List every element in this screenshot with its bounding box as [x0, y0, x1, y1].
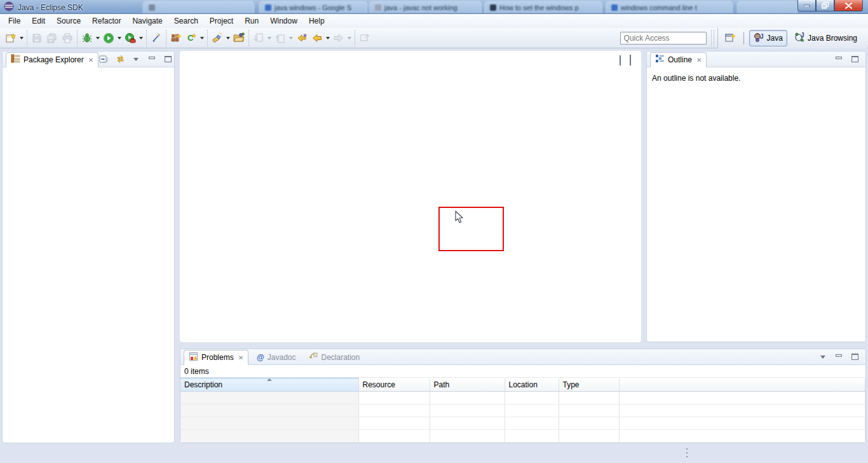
- menu-edit[interactable]: Edit: [26, 15, 51, 27]
- column-header-location[interactable]: Location: [505, 378, 559, 392]
- outline-tab-label: Outline: [668, 55, 692, 64]
- new-wizard-icon[interactable]: [3, 31, 18, 46]
- open-perspective-icon[interactable]: [723, 31, 738, 46]
- minimize-view-icon[interactable]: [833, 352, 844, 362]
- problems-view: Problems ✕ @ Javadoc Declaration: [180, 349, 866, 443]
- back-icon[interactable]: [309, 31, 325, 46]
- new-wizard-dropdown[interactable]: [18, 31, 25, 46]
- minimize-view-icon[interactable]: [146, 54, 158, 64]
- outline-header: Outline ✕: [647, 52, 865, 67]
- close-icon[interactable]: ✕: [88, 57, 93, 64]
- javadoc-tab[interactable]: @ Javadoc: [252, 350, 301, 365]
- minimize-view-icon[interactable]: [833, 54, 844, 64]
- outline-view: Outline ✕ An outline is not available.: [646, 51, 866, 342]
- column-header-resource[interactable]: Resource: [358, 378, 430, 392]
- run-dropdown[interactable]: [116, 31, 123, 46]
- svg-text:J: J: [801, 32, 804, 39]
- menu-help[interactable]: Help: [303, 15, 330, 27]
- debug-icon[interactable]: [79, 31, 95, 46]
- mark-occurrences-icon[interactable]: [149, 31, 164, 46]
- perspective-java-button[interactable]: J Java: [749, 30, 787, 46]
- menu-file[interactable]: File: [3, 15, 26, 27]
- next-annotation-icon: [251, 31, 266, 46]
- previous-annotation-dropdown: [288, 31, 294, 46]
- quick-access-input[interactable]: [620, 32, 707, 45]
- external-tools-icon[interactable]: [123, 31, 138, 46]
- search-icon[interactable]: [210, 31, 225, 46]
- run-icon[interactable]: [101, 31, 116, 46]
- column-header-description[interactable]: Description: [180, 378, 358, 392]
- problems-table-header-row: Description Resource Path Location Type: [180, 378, 865, 392]
- outline-message: An outline is not available.: [647, 67, 865, 89]
- package-explorer-header: Package Explorer ✕: [3, 52, 174, 67]
- search-dropdown[interactable]: [225, 31, 231, 46]
- menu-window[interactable]: Window: [264, 15, 303, 27]
- menu-refactor[interactable]: Refactor: [86, 15, 126, 27]
- previous-annotation-icon: [273, 31, 288, 46]
- title-bar: java windows - Google S java - javac not…: [0, 0, 868, 14]
- package-explorer-tab-label: Package Explorer: [24, 55, 84, 64]
- perspective-bar: J Java J Java Browsing: [717, 28, 867, 48]
- new-class-dropdown[interactable]: [199, 31, 205, 46]
- link-with-editor-icon[interactable]: [114, 54, 126, 64]
- menu-project[interactable]: Project: [204, 15, 239, 27]
- minimize-button[interactable]: [797, 0, 816, 11]
- toolbar-separator: [711, 30, 714, 46]
- background-tab-label: windows command line t: [621, 4, 697, 11]
- outline-tab[interactable]: Outline ✕: [650, 52, 707, 67]
- status-bar: [0, 445, 868, 463]
- perspective-java-browsing-button[interactable]: J Java Browsing: [790, 30, 862, 46]
- favicon: [149, 4, 155, 11]
- favicon: [490, 4, 496, 11]
- column-header-path[interactable]: Path: [430, 378, 505, 392]
- maximize-view-icon[interactable]: [849, 352, 860, 362]
- open-task-icon[interactable]: [231, 31, 247, 46]
- background-browser-tab: java - javac not working: [369, 1, 482, 13]
- perspective-separator: [743, 32, 744, 45]
- last-edit-location-icon[interactable]: [294, 31, 309, 46]
- new-class-icon[interactable]: C: [184, 31, 199, 46]
- svg-text:J: J: [760, 33, 764, 40]
- maximize-view-icon[interactable]: [162, 54, 173, 64]
- save-icon: [29, 31, 44, 46]
- problems-tab-label: Problems: [201, 353, 234, 362]
- menu-bar: File Edit Source Refactor Navigate Searc…: [0, 14, 868, 28]
- editor-area[interactable]: [180, 51, 641, 342]
- table-row: [180, 417, 865, 430]
- menu-search[interactable]: Search: [168, 15, 204, 27]
- svg-text:C: C: [187, 33, 194, 43]
- forward-icon: [331, 31, 346, 46]
- java-browsing-perspective-icon: J: [794, 32, 805, 45]
- new-java-project-icon[interactable]: [168, 31, 184, 46]
- close-icon[interactable]: ✕: [696, 57, 702, 64]
- package-explorer-view: Package Explorer ✕: [2, 51, 175, 443]
- menu-source[interactable]: Source: [51, 15, 86, 27]
- collapse-all-icon[interactable]: [98, 54, 110, 64]
- save-all-icon: [44, 31, 60, 46]
- sash-grip-handle[interactable]: [686, 448, 688, 460]
- maximize-view-icon[interactable]: [630, 56, 631, 65]
- close-icon[interactable]: ✕: [238, 354, 243, 361]
- perspective-java-browsing-label: Java Browsing: [808, 34, 857, 43]
- debug-dropdown[interactable]: [95, 31, 101, 46]
- problems-tab[interactable]: Problems ✕: [184, 350, 248, 365]
- column-header-filler: [619, 378, 865, 392]
- restore-button[interactable]: [816, 0, 834, 11]
- declaration-tab[interactable]: Declaration: [304, 350, 365, 365]
- view-menu-icon[interactable]: [817, 352, 829, 362]
- print-icon: [60, 31, 75, 46]
- maximize-view-icon[interactable]: [849, 54, 860, 64]
- view-menu-icon[interactable]: [130, 54, 142, 64]
- menu-navigate[interactable]: Navigate: [126, 15, 168, 27]
- problems-header: Problems ✕ @ Javadoc Declaration: [180, 349, 865, 365]
- minimize-view-icon[interactable]: [620, 56, 621, 65]
- column-header-type[interactable]: Type: [559, 378, 619, 392]
- package-explorer-tab[interactable]: Package Explorer ✕: [6, 52, 98, 67]
- forward-dropdown: [346, 31, 353, 46]
- mouse-cursor: [455, 211, 464, 226]
- menu-run[interactable]: Run: [239, 15, 264, 27]
- back-dropdown[interactable]: [325, 31, 331, 46]
- close-button[interactable]: [834, 0, 863, 11]
- external-tools-dropdown[interactable]: [138, 31, 144, 46]
- package-explorer-body[interactable]: [3, 67, 174, 443]
